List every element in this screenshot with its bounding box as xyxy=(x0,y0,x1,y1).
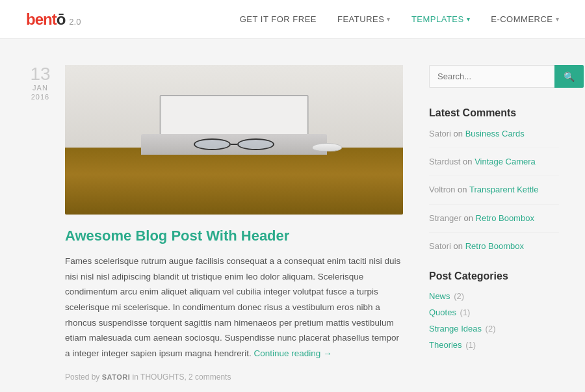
comment-link[interactable]: Vintage Camera xyxy=(474,157,536,166)
category-item: Quotes (1) xyxy=(429,307,559,317)
category-link[interactable]: Theories xyxy=(429,340,462,350)
article-wrapper: 13 JAN 2016 xyxy=(26,65,403,382)
logo[interactable]: bentō 2.0 xyxy=(26,10,81,29)
divider xyxy=(429,176,559,176)
categories-title: Post Categories xyxy=(429,270,559,282)
comment-item: Satori on Retro Boombox xyxy=(429,241,559,252)
comment-link[interactable]: Business Cards xyxy=(465,129,525,138)
post-comments-count: 2 comments xyxy=(188,372,231,382)
search-icon: 🔍 xyxy=(564,72,575,82)
divider xyxy=(429,232,559,233)
post-meta: Posted by SATORI in THOUGHTS, 2 comments xyxy=(65,372,403,382)
comment-link[interactable]: Retro Boombox xyxy=(476,213,534,223)
main-nav: GET IT FOR FREE FEATURES ▾ TEMPLATES ▾ E… xyxy=(240,14,559,24)
category-item: Strange Ideas (2) xyxy=(429,324,559,333)
latest-comments-section: Latest Comments Satori on Business Cards… xyxy=(429,107,559,252)
sidebar: 🔍 Latest Comments Satori on Business Car… xyxy=(429,65,559,382)
site-header: bentō 2.0 GET IT FOR FREE FEATURES ▾ TEM… xyxy=(0,0,585,39)
nav-get-it-free[interactable]: GET IT FOR FREE xyxy=(240,14,317,24)
main-content: 13 JAN 2016 xyxy=(26,65,403,382)
search-input[interactable] xyxy=(429,65,554,88)
category-item: News (2) xyxy=(429,291,559,301)
divider xyxy=(429,148,559,148)
comment-item: Voltron on Transparent Kettle xyxy=(429,184,559,196)
comment-link[interactable]: Retro Boombox xyxy=(465,241,524,251)
logo-version: 2.0 xyxy=(69,17,81,27)
blog-article: Awesome Blog Post With Header Fames scel… xyxy=(65,65,403,382)
article-date: 13 JAN 2016 xyxy=(30,65,50,102)
search-button[interactable]: 🔍 xyxy=(554,65,584,88)
latest-comments-title: Latest Comments xyxy=(429,107,559,119)
chevron-down-icon: ▾ xyxy=(467,16,471,23)
comment-item: Stranger on Retro Boombox xyxy=(429,213,559,224)
nav-ecommerce[interactable]: E-COMMERCE ▾ xyxy=(491,14,559,24)
post-author: SATORI xyxy=(102,373,131,381)
search-box: 🔍 xyxy=(429,65,559,88)
category-link[interactable]: News xyxy=(429,291,450,301)
post-category: THOUGHTS xyxy=(140,372,184,382)
comment-link[interactable]: Transparent Kettle xyxy=(469,185,538,194)
post-body: Fames scelerisque rutrum augue facilisis… xyxy=(65,254,403,361)
article-image xyxy=(65,65,403,215)
continue-reading-link[interactable]: Continue reading → xyxy=(254,348,332,358)
logo-text: bentō xyxy=(26,10,65,29)
chevron-down-icon: ▾ xyxy=(387,16,391,23)
category-link[interactable]: Strange Ideas xyxy=(429,324,482,333)
comment-item: Stardust on Vintage Camera xyxy=(429,156,559,168)
nav-features[interactable]: FEATURES ▾ xyxy=(337,14,391,24)
chevron-down-icon: ▾ xyxy=(556,16,560,23)
post-title[interactable]: Awesome Blog Post With Header xyxy=(65,228,403,244)
post-categories-section: Post Categories News (2) Quotes (1) Stra… xyxy=(429,270,559,350)
category-item: Theories (1) xyxy=(429,340,559,350)
page-container: 13 JAN 2016 xyxy=(0,39,585,392)
comment-item: Satori on Business Cards xyxy=(429,128,559,140)
category-link[interactable]: Quotes xyxy=(429,307,456,317)
divider xyxy=(429,204,559,205)
nav-templates[interactable]: TEMPLATES ▾ xyxy=(411,14,470,24)
